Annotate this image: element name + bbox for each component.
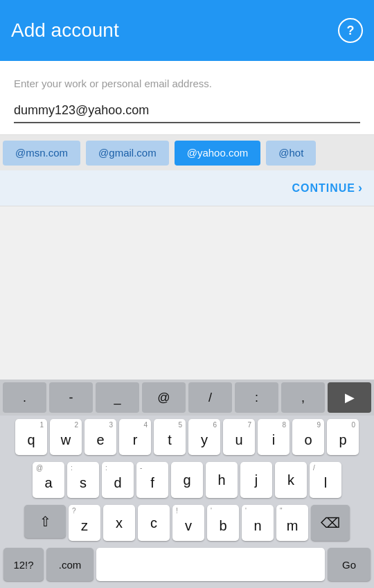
- key-colon[interactable]: :: [235, 382, 278, 413]
- key-t[interactable]: 5t: [154, 419, 186, 455]
- backspace-key[interactable]: ⌫: [311, 505, 350, 541]
- key-x[interactable]: x: [103, 505, 135, 541]
- key-g[interactable]: g: [171, 462, 203, 498]
- key-m[interactable]: "m: [276, 505, 308, 541]
- go-key[interactable]: Go: [328, 548, 371, 581]
- key-a[interactable]: @a: [33, 462, 64, 498]
- domain-chip-msn[interactable]: @msn.com: [3, 141, 80, 166]
- key-b[interactable]: 'b: [207, 505, 239, 541]
- page-title: Add account: [11, 19, 119, 42]
- email-label: Enter your work or personal email addres…: [14, 78, 360, 89]
- key-period[interactable]: .: [3, 382, 46, 413]
- key-arrow[interactable]: ▶: [328, 382, 371, 413]
- domain-bar: @msn.com @gmail.com @yahoo.com @hot: [0, 134, 374, 170]
- keyboard-row-3: ⇧ ?z x c !v 'b 'n "m ⌫: [0, 501, 374, 544]
- key-y[interactable]: 6y: [188, 419, 220, 455]
- key-r[interactable]: 4r: [119, 419, 151, 455]
- special-row: . - _ @ / : , ▶: [0, 380, 374, 416]
- key-s[interactable]: :s: [67, 462, 99, 498]
- help-icon[interactable]: ?: [338, 18, 363, 43]
- continue-button[interactable]: CONTINUE ›: [292, 181, 363, 195]
- key-j[interactable]: j: [240, 462, 272, 498]
- domain-chip-yahoo[interactable]: @yahoo.com: [175, 141, 261, 166]
- key-f[interactable]: -f: [136, 462, 168, 498]
- keyboard-bottom-row: 12!? .com Go: [0, 544, 374, 588]
- key-u[interactable]: 7u: [223, 419, 255, 455]
- space-key[interactable]: [96, 548, 325, 581]
- key-k[interactable]: k: [275, 462, 307, 498]
- key-comma[interactable]: ,: [281, 382, 325, 413]
- email-input-wrapper: [14, 103, 360, 123]
- key-p[interactable]: 0p: [327, 419, 359, 455]
- email-input[interactable]: [14, 103, 360, 118]
- key-at[interactable]: @: [142, 382, 186, 413]
- keyboard: . - _ @ / : , ▶ 1q 2w 3e 4r 5t 6y 7u 8i …: [0, 380, 374, 588]
- num-sym-key[interactable]: 12!?: [3, 548, 44, 581]
- shift-icon: ⇧: [39, 513, 51, 530]
- header: Add account ?: [0, 0, 374, 61]
- key-slash[interactable]: /: [188, 382, 232, 413]
- key-w[interactable]: 2w: [50, 419, 82, 455]
- key-c[interactable]: c: [138, 505, 170, 541]
- backspace-icon: ⌫: [321, 515, 340, 531]
- key-z[interactable]: ?z: [69, 505, 100, 541]
- domain-chip-gmail[interactable]: @gmail.com: [86, 141, 169, 166]
- dotcom-key[interactable]: .com: [46, 548, 93, 581]
- key-underscore[interactable]: _: [96, 382, 139, 413]
- key-o[interactable]: 9o: [292, 419, 324, 455]
- content-area: Enter your work or personal email addres…: [0, 61, 374, 134]
- shift-key[interactable]: ⇧: [24, 505, 66, 538]
- key-l[interactable]: /l: [310, 462, 341, 498]
- chevron-right-icon: ›: [358, 181, 363, 195]
- continue-bar: CONTINUE ›: [0, 170, 374, 206]
- key-i[interactable]: 8i: [258, 419, 290, 455]
- key-e[interactable]: 3e: [84, 419, 116, 455]
- key-d[interactable]: :d: [102, 462, 134, 498]
- key-n[interactable]: 'n: [242, 505, 274, 541]
- key-dash[interactable]: -: [49, 382, 93, 413]
- key-h[interactable]: h: [206, 462, 238, 498]
- key-q[interactable]: 1q: [15, 419, 47, 455]
- keyboard-row-1: 1q 2w 3e 4r 5t 6y 7u 8i 9o 0p: [0, 416, 374, 458]
- key-v[interactable]: !v: [172, 505, 204, 541]
- domain-chip-hot[interactable]: @hot: [266, 141, 316, 166]
- keyboard-row-2: @a :s :d -f g h j k /l: [0, 458, 374, 501]
